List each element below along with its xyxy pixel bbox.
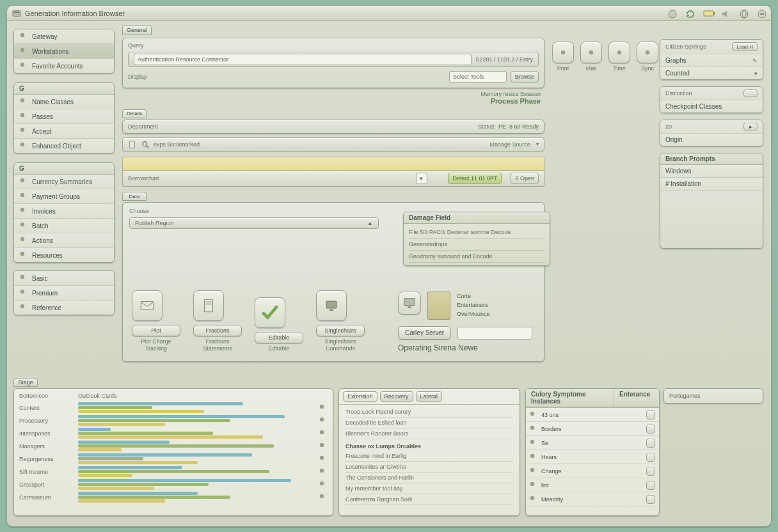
row-btn[interactable] (646, 467, 655, 476)
list-item[interactable]: My remember tool any (345, 483, 513, 494)
row-btn[interactable] (646, 425, 655, 434)
monitor-icon[interactable] (398, 292, 421, 315)
app-status[interactable] (193, 290, 224, 321)
sidebar-item-names[interactable]: Name Classes (14, 95, 114, 109)
bm-tab-1[interactable]: Recovery (380, 391, 413, 402)
row-label: 43 ons (541, 412, 646, 418)
sidebar-item-favorites[interactable]: Favorite Accounts (14, 59, 114, 73)
link-manage-source[interactable]: Manage Source (489, 141, 530, 148)
app-edit[interactable] (255, 297, 285, 328)
sidebar-item-invoices[interactable]: Invoices (14, 204, 114, 219)
table-row[interactable]: Se (526, 436, 659, 450)
pencil-icon[interactable]: ✎ (752, 58, 758, 64)
photo-thumb[interactable] (427, 292, 450, 320)
sidebar-item-passes[interactable]: Passes (14, 109, 114, 124)
sidebar-item-batch[interactable]: Batch (14, 219, 114, 233)
bm-tab-0[interactable]: Extension (343, 391, 377, 402)
row-btn[interactable] (646, 439, 655, 448)
app-commands[interactable] (316, 290, 347, 321)
right-d-row[interactable]: # Installation (660, 178, 763, 191)
right-c-row[interactable]: Origin (665, 136, 683, 143)
list-item[interactable]: Losomonites ar Giverito (345, 462, 513, 473)
sidebar-item-actions[interactable]: Actions (14, 233, 114, 248)
pill-detect[interactable]: Detect 11 01 0PT (448, 173, 502, 184)
right-c-btn[interactable]: ▸ (743, 123, 758, 130)
sidebar-item-currency[interactable]: Currency Summaries (14, 175, 114, 189)
chart-row-icon[interactable] (319, 455, 328, 464)
app-plot-button[interactable]: Plot (132, 325, 180, 336)
sidebar-item-payment[interactable]: Payment Groups (14, 189, 114, 204)
sidebar-item-workstations[interactable]: Workstations (14, 44, 114, 59)
chart-row-icon[interactable] (319, 416, 328, 425)
table-row[interactable]: Meacrity (526, 492, 659, 506)
arrow-up-icon[interactable]: ▲ (367, 220, 373, 226)
chart-row-icon[interactable] (319, 480, 328, 489)
row-btn[interactable] (646, 481, 655, 490)
chart-row-icon[interactable] (319, 493, 328, 502)
sidebar-item-enhanced[interactable]: Enhanced Object (14, 139, 114, 153)
right-d-row[interactable]: Windows (660, 165, 763, 178)
right-a-l2[interactable]: Counted (665, 70, 690, 77)
close-icon[interactable] (757, 9, 766, 18)
chart-row-icon[interactable] (319, 403, 328, 412)
chart-row-icon[interactable] (319, 467, 328, 476)
svg-point-2 (669, 10, 676, 18)
list-item[interactable]: Conferenza Rargnan Sork (345, 494, 513, 505)
chevron-down-icon[interactable]: ▾ (754, 70, 758, 77)
qi-comment[interactable] (580, 42, 602, 63)
tab-stage[interactable]: Stage (13, 378, 38, 387)
tag-reference[interactable]: Reference (14, 301, 114, 315)
tab-general[interactable]: General (122, 25, 152, 35)
right-b-row[interactable]: Checkpoint Classes (665, 103, 722, 110)
refresh-icon[interactable] (685, 9, 694, 18)
app-plot[interactable] (132, 290, 163, 321)
browse-button[interactable]: Browse (511, 71, 539, 82)
list-item[interactable]: Decoded tie Eshed loan (345, 418, 513, 428)
sidebar-item-resources[interactable]: Resources (14, 248, 114, 262)
pill-open[interactable]: 6 Open (511, 173, 539, 184)
chart-row-icon[interactable] (319, 429, 328, 438)
qi-refresh[interactable] (637, 42, 658, 63)
app-commands-button[interactable]: Singlechairs (316, 325, 365, 336)
sidebar-item-accept[interactable]: Accept (14, 124, 114, 139)
table-row[interactable]: lint (526, 478, 659, 492)
sound-icon[interactable] (721, 9, 730, 18)
qi-schedule[interactable] (608, 42, 630, 63)
list-item[interactable]: The Censioners and Harlin (345, 473, 513, 483)
list-item[interactable]: Troop Lock Fipend corery (345, 407, 513, 418)
tab-details[interactable]: Details (122, 109, 147, 118)
app-status-button[interactable]: Fractions (193, 325, 242, 336)
table-row[interactable]: Change (526, 464, 659, 478)
dropdown-filter[interactable]: ▾ (416, 173, 427, 184)
list-item[interactable]: Blenner's Ranorer Boots (345, 428, 513, 439)
search-icon[interactable] (141, 140, 150, 149)
chevron-down-icon[interactable]: ▾ (536, 141, 539, 147)
right-b-btn[interactable] (743, 90, 758, 97)
select-tools[interactable]: Select Tools (449, 71, 507, 82)
qi-print[interactable] (552, 42, 574, 63)
table-row[interactable]: 43 ons (526, 408, 659, 422)
row-btn[interactable] (646, 495, 655, 504)
server-button[interactable]: Carley Server (398, 326, 451, 340)
table-row[interactable]: Hears (526, 450, 659, 464)
bm-tab-2[interactable]: Lateral (416, 391, 443, 402)
table-row[interactable]: Borders (526, 422, 659, 436)
chart-row-icon[interactable] (319, 442, 328, 451)
query-field[interactable]: Authentication Resource Connector (134, 54, 472, 65)
battery-icon[interactable] (703, 9, 712, 18)
row-btn[interactable] (646, 453, 655, 462)
row-btn[interactable] (646, 411, 655, 419)
app-edit-button[interactable]: Editable (255, 332, 303, 343)
tab-data[interactable]: Data (122, 192, 147, 201)
disk-icon[interactable] (667, 9, 676, 18)
sidebar-item-gateway[interactable]: Gateway (14, 29, 114, 44)
window-icon (12, 9, 21, 18)
network-icon[interactable] (739, 9, 748, 18)
right-a-button[interactable]: Load H (732, 42, 758, 51)
server-field[interactable] (457, 327, 532, 340)
file-icon[interactable] (128, 140, 137, 149)
tag-premium[interactable]: Premium (14, 286, 114, 301)
list-item[interactable]: Freecone mind in Earlig (345, 451, 513, 462)
right-a-l1[interactable]: Graphs (665, 57, 687, 64)
tag-basic[interactable]: Basic (14, 271, 114, 286)
